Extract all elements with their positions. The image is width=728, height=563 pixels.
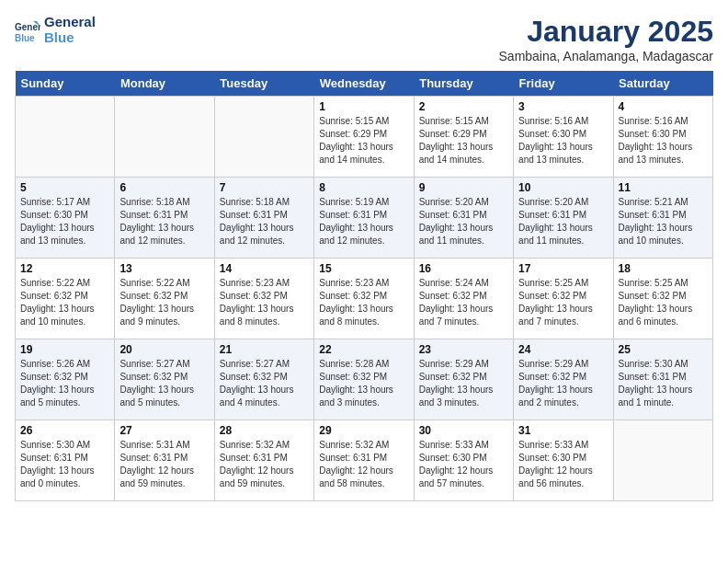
day-info: Sunrise: 5:17 AM Sunset: 6:30 PM Dayligh…: [20, 196, 109, 247]
day-info: Sunrise: 5:22 AM Sunset: 6:32 PM Dayligh…: [119, 277, 209, 328]
calendar-week-row: 12Sunrise: 5:22 AM Sunset: 6:32 PM Dayli…: [16, 259, 713, 339]
title-block: January 2025 Sambaina, Analamanga, Madag…: [499, 15, 713, 63]
day-number: 30: [419, 424, 508, 437]
day-info: Sunrise: 5:33 AM Sunset: 6:30 PM Dayligh…: [419, 439, 508, 490]
calendar-cell: 17Sunrise: 5:25 AM Sunset: 6:32 PM Dayli…: [514, 259, 613, 339]
calendar-cell: 18Sunrise: 5:25 AM Sunset: 6:32 PM Dayli…: [613, 259, 712, 339]
calendar-week-row: 5Sunrise: 5:17 AM Sunset: 6:30 PM Daylig…: [16, 178, 713, 259]
weekday-header-monday: Monday: [115, 71, 214, 97]
day-number: 14: [220, 262, 309, 275]
day-info: Sunrise: 5:32 AM Sunset: 6:31 PM Dayligh…: [220, 439, 309, 490]
calendar-cell: 29Sunrise: 5:32 AM Sunset: 6:31 PM Dayli…: [314, 420, 414, 501]
day-info: Sunrise: 5:27 AM Sunset: 6:32 PM Dayligh…: [119, 358, 209, 409]
day-number: 9: [419, 181, 508, 194]
day-number: 31: [518, 424, 608, 437]
calendar-cell: 23Sunrise: 5:29 AM Sunset: 6:32 PM Dayli…: [414, 339, 513, 420]
day-info: Sunrise: 5:31 AM Sunset: 6:31 PM Dayligh…: [119, 439, 209, 490]
calendar-cell: 13Sunrise: 5:22 AM Sunset: 6:32 PM Dayli…: [115, 259, 214, 339]
day-info: Sunrise: 5:16 AM Sunset: 6:30 PM Dayligh…: [518, 115, 608, 167]
calendar-cell: 25Sunrise: 5:30 AM Sunset: 6:31 PM Dayli…: [613, 339, 712, 420]
day-info: Sunrise: 5:30 AM Sunset: 6:31 PM Dayligh…: [20, 439, 109, 490]
page-header: General Blue General Blue January 2025 S…: [15, 15, 713, 63]
day-info: Sunrise: 5:15 AM Sunset: 6:29 PM Dayligh…: [419, 115, 508, 167]
day-number: 5: [20, 181, 109, 194]
day-info: Sunrise: 5:24 AM Sunset: 6:32 PM Dayligh…: [419, 277, 508, 328]
calendar-cell: 3Sunrise: 5:16 AM Sunset: 6:30 PM Daylig…: [514, 97, 613, 178]
calendar-table: SundayMondayTuesdayWednesdayThursdayFrid…: [15, 71, 713, 501]
day-info: Sunrise: 5:23 AM Sunset: 6:32 PM Dayligh…: [319, 277, 408, 328]
calendar-cell: [16, 97, 115, 178]
day-number: 2: [419, 100, 508, 113]
day-info: Sunrise: 5:28 AM Sunset: 6:32 PM Dayligh…: [319, 358, 408, 409]
day-info: Sunrise: 5:29 AM Sunset: 6:32 PM Dayligh…: [419, 358, 508, 409]
day-number: 11: [619, 181, 708, 194]
calendar-cell: 12Sunrise: 5:22 AM Sunset: 6:32 PM Dayli…: [16, 259, 115, 339]
day-info: Sunrise: 5:18 AM Sunset: 6:31 PM Dayligh…: [220, 196, 309, 247]
day-number: 26: [20, 424, 109, 437]
day-number: 4: [619, 100, 708, 113]
calendar-cell: 7Sunrise: 5:18 AM Sunset: 6:31 PM Daylig…: [214, 178, 313, 259]
day-number: 24: [518, 343, 608, 356]
calendar-cell: 10Sunrise: 5:20 AM Sunset: 6:31 PM Dayli…: [514, 178, 613, 259]
day-info: Sunrise: 5:32 AM Sunset: 6:31 PM Dayligh…: [319, 439, 408, 490]
day-number: 20: [119, 343, 209, 356]
calendar-cell: 20Sunrise: 5:27 AM Sunset: 6:32 PM Dayli…: [115, 339, 214, 420]
month-title: January 2025: [499, 15, 713, 49]
day-number: 18: [619, 262, 708, 275]
calendar-cell: 9Sunrise: 5:20 AM Sunset: 6:31 PM Daylig…: [414, 178, 513, 259]
day-number: 3: [518, 100, 608, 113]
day-number: 23: [419, 343, 508, 356]
calendar-cell: 11Sunrise: 5:21 AM Sunset: 6:31 PM Dayli…: [613, 178, 712, 259]
day-number: 10: [518, 181, 608, 194]
day-number: 27: [119, 424, 209, 437]
weekday-header-sunday: Sunday: [16, 71, 115, 97]
calendar-cell: 14Sunrise: 5:23 AM Sunset: 6:32 PM Dayli…: [214, 259, 313, 339]
day-number: 1: [319, 100, 408, 113]
day-info: Sunrise: 5:19 AM Sunset: 6:31 PM Dayligh…: [319, 196, 408, 247]
day-number: 25: [619, 343, 708, 356]
day-info: Sunrise: 5:27 AM Sunset: 6:32 PM Dayligh…: [220, 358, 309, 409]
calendar-cell: 16Sunrise: 5:24 AM Sunset: 6:32 PM Dayli…: [414, 259, 513, 339]
day-info: Sunrise: 5:18 AM Sunset: 6:31 PM Dayligh…: [119, 196, 209, 247]
day-info: Sunrise: 5:15 AM Sunset: 6:29 PM Dayligh…: [319, 115, 408, 167]
day-number: 12: [20, 262, 109, 275]
day-number: 29: [319, 424, 408, 437]
calendar-cell: 19Sunrise: 5:26 AM Sunset: 6:32 PM Dayli…: [16, 339, 115, 420]
logo-line2: Blue: [44, 30, 96, 46]
calendar-cell: [613, 420, 712, 501]
day-info: Sunrise: 5:25 AM Sunset: 6:32 PM Dayligh…: [619, 277, 708, 328]
day-info: Sunrise: 5:21 AM Sunset: 6:31 PM Dayligh…: [619, 196, 708, 247]
day-number: 6: [119, 181, 209, 194]
day-info: Sunrise: 5:20 AM Sunset: 6:31 PM Dayligh…: [419, 196, 508, 247]
day-number: 7: [220, 181, 309, 194]
day-info: Sunrise: 5:16 AM Sunset: 6:30 PM Dayligh…: [619, 115, 708, 167]
svg-text:Blue: Blue: [15, 33, 35, 43]
weekday-header-friday: Friday: [514, 71, 613, 97]
day-info: Sunrise: 5:23 AM Sunset: 6:32 PM Dayligh…: [220, 277, 309, 328]
day-info: Sunrise: 5:22 AM Sunset: 6:32 PM Dayligh…: [20, 277, 109, 328]
logo-icon: General Blue: [15, 17, 40, 43]
day-info: Sunrise: 5:29 AM Sunset: 6:32 PM Dayligh…: [518, 358, 608, 409]
calendar-cell: 6Sunrise: 5:18 AM Sunset: 6:31 PM Daylig…: [115, 178, 214, 259]
calendar-cell: 26Sunrise: 5:30 AM Sunset: 6:31 PM Dayli…: [16, 420, 115, 501]
calendar-cell: [115, 97, 214, 178]
day-number: 13: [119, 262, 209, 275]
calendar-cell: 22Sunrise: 5:28 AM Sunset: 6:32 PM Dayli…: [314, 339, 414, 420]
day-info: Sunrise: 5:33 AM Sunset: 6:30 PM Dayligh…: [518, 439, 608, 490]
calendar-week-row: 1Sunrise: 5:15 AM Sunset: 6:29 PM Daylig…: [16, 97, 713, 178]
calendar-cell: 28Sunrise: 5:32 AM Sunset: 6:31 PM Dayli…: [214, 420, 313, 501]
day-number: 22: [319, 343, 408, 356]
location: Sambaina, Analamanga, Madagascar: [499, 49, 713, 63]
calendar-cell: 4Sunrise: 5:16 AM Sunset: 6:30 PM Daylig…: [613, 97, 712, 178]
calendar-week-row: 19Sunrise: 5:26 AM Sunset: 6:32 PM Dayli…: [16, 339, 713, 420]
calendar-cell: 2Sunrise: 5:15 AM Sunset: 6:29 PM Daylig…: [414, 97, 513, 178]
weekday-header-wednesday: Wednesday: [314, 71, 414, 97]
calendar-cell: 31Sunrise: 5:33 AM Sunset: 6:30 PM Dayli…: [514, 420, 613, 501]
day-info: Sunrise: 5:30 AM Sunset: 6:31 PM Dayligh…: [619, 358, 708, 409]
day-number: 19: [20, 343, 109, 356]
calendar-cell: 21Sunrise: 5:27 AM Sunset: 6:32 PM Dayli…: [214, 339, 313, 420]
weekday-header-thursday: Thursday: [414, 71, 513, 97]
calendar-week-row: 26Sunrise: 5:30 AM Sunset: 6:31 PM Dayli…: [16, 420, 713, 501]
day-number: 15: [319, 262, 408, 275]
calendar-cell: 30Sunrise: 5:33 AM Sunset: 6:30 PM Dayli…: [414, 420, 513, 501]
